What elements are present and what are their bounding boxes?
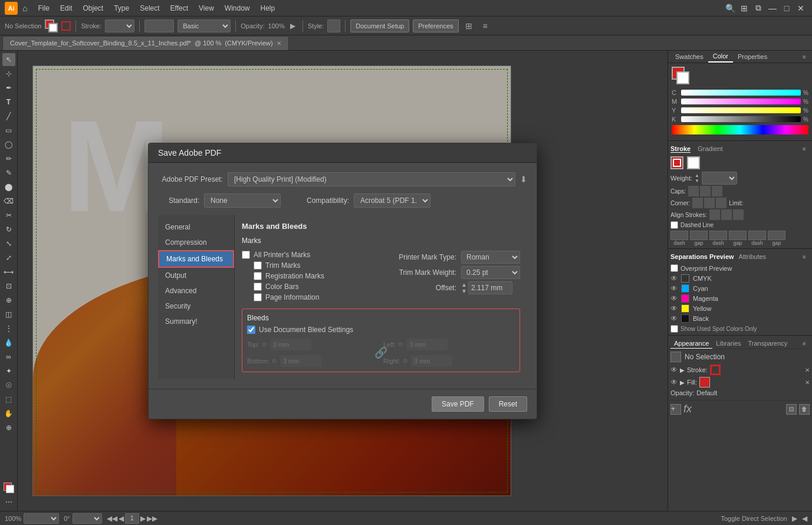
- arrange-panels-icon[interactable]: ⊞: [462, 19, 475, 32]
- blob-brush-tool[interactable]: ⬤: [2, 181, 15, 193]
- sep-menu-btn[interactable]: ≡: [799, 251, 810, 262]
- menu-object[interactable]: Object: [78, 3, 109, 14]
- color-bars-checkbox[interactable]: [254, 283, 262, 291]
- symbol-sprayer-tool[interactable]: ✦: [2, 365, 15, 378]
- align-center[interactable]: [709, 209, 720, 220]
- angle-dropdown[interactable]: [73, 513, 102, 524]
- blend-tool[interactable]: ∞: [2, 350, 15, 363]
- reset-button[interactable]: Reset: [489, 396, 527, 412]
- mesh-tool[interactable]: ⋮: [2, 322, 15, 335]
- style-swatch[interactable]: [327, 19, 340, 32]
- menu-select[interactable]: Select: [135, 3, 164, 14]
- last-artboard-btn[interactable]: ▶▶: [147, 514, 157, 523]
- corner-miter[interactable]: [692, 198, 703, 208]
- maximize-icon[interactable]: □: [780, 2, 793, 15]
- preset-save-icon[interactable]: ⬇: [520, 175, 527, 184]
- align-outside[interactable]: [733, 209, 744, 220]
- corner-bevel[interactable]: [716, 198, 726, 208]
- window-icon[interactable]: ⧉: [752, 2, 765, 15]
- add-appearance-btn[interactable]: +: [670, 404, 681, 415]
- compatibility-dropdown[interactable]: Acrobat 5 (PDF 1.4): [354, 193, 430, 208]
- close-icon[interactable]: ✕: [794, 2, 807, 15]
- sidebar-output[interactable]: Output: [158, 268, 234, 283]
- show-spot-checkbox[interactable]: [670, 325, 678, 333]
- sidebar-marks-bleeds[interactable]: Marks and Bleeds: [158, 250, 234, 268]
- stroke-color-swatch[interactable]: [670, 156, 683, 169]
- bleed-right-input[interactable]: [411, 355, 452, 367]
- menu-help[interactable]: Help: [256, 3, 280, 14]
- tab-color[interactable]: Color: [708, 51, 733, 63]
- bleed-top-input[interactable]: [270, 339, 311, 350]
- selection-tool[interactable]: ↖: [2, 53, 15, 66]
- sep-preview-tab[interactable]: Separations Preview: [670, 253, 734, 260]
- printer-mark-type-dropdown[interactable]: Roman: [461, 251, 520, 264]
- bleed-left-input[interactable]: [406, 339, 448, 350]
- menu-window[interactable]: Window: [220, 3, 255, 14]
- transparency-tab[interactable]: Transparency: [745, 339, 791, 348]
- preferences-button[interactable]: Preferences: [413, 19, 458, 32]
- sidebar-general[interactable]: General: [158, 219, 234, 235]
- more-tools-icon[interactable]: ⋯: [2, 496, 15, 508]
- sep-black-eye[interactable]: 👁: [670, 314, 678, 323]
- cap-butt[interactable]: [688, 186, 699, 196]
- direct-selection-tool[interactable]: ⊹: [2, 67, 15, 80]
- app-eye-stroke[interactable]: 👁: [670, 366, 678, 374]
- document-tab[interactable]: Cover_Template_for_Softcover_Binding_8.5…: [2, 36, 289, 50]
- panel-menu-icon[interactable]: ≡: [479, 19, 492, 32]
- weight-stepper[interactable]: ▲▼: [695, 173, 699, 183]
- home-icon[interactable]: ⌂: [22, 4, 27, 13]
- menu-view[interactable]: View: [194, 3, 219, 14]
- search-icon[interactable]: 🔍: [724, 2, 737, 15]
- zoom-tool[interactable]: ⊕: [2, 421, 15, 434]
- registration-marks-checkbox[interactable]: [254, 272, 262, 280]
- app-expand-stroke[interactable]: ▶: [680, 367, 685, 373]
- panel-menu-btn[interactable]: ≡: [799, 51, 810, 62]
- cap-square[interactable]: [712, 186, 722, 196]
- color-swatch[interactable]: [144, 19, 174, 32]
- stroke-dropdown[interactable]: [105, 19, 134, 32]
- rotate-tool[interactable]: ↻: [2, 223, 15, 236]
- column-graph-tool[interactable]: ⦾: [2, 379, 15, 392]
- app-expand-fill[interactable]: ▶: [680, 379, 685, 386]
- gap1-input[interactable]: [690, 231, 708, 240]
- minimize-icon[interactable]: —: [766, 2, 779, 15]
- eraser-tool[interactable]: ⌫: [2, 195, 15, 208]
- appearance-menu-btn[interactable]: ≡: [799, 338, 810, 349]
- stroke-bg-swatch[interactable]: [687, 156, 700, 169]
- align-inside[interactable]: [721, 209, 732, 220]
- app-fill-delete[interactable]: ✕: [805, 379, 810, 386]
- sep-attributes-tab[interactable]: Attributes: [739, 253, 766, 260]
- text-tool[interactable]: T: [2, 96, 15, 109]
- app-eye-fill[interactable]: 👁: [670, 378, 678, 386]
- stroke-color-btn[interactable]: [61, 21, 71, 31]
- artboard-number-input[interactable]: [125, 513, 139, 524]
- black-slider[interactable]: [681, 116, 801, 122]
- toggle-direct-selection-left[interactable]: ◀: [802, 514, 807, 523]
- all-printers-marks-checkbox[interactable]: [242, 251, 250, 259]
- scale-tool[interactable]: ⤡: [2, 237, 15, 250]
- preset-dropdown[interactable]: [High Quality Print] (Modified): [228, 172, 515, 186]
- line-tool[interactable]: ╱: [2, 110, 15, 123]
- warp-tool[interactable]: ⤢: [2, 251, 15, 264]
- tab-swatches[interactable]: Swatches: [670, 51, 708, 62]
- appearance-tab[interactable]: Appearance: [670, 339, 712, 349]
- gap2-input[interactable]: [729, 231, 747, 240]
- shape-builder-tool[interactable]: ⊕: [2, 294, 15, 307]
- sidebar-advanced[interactable]: Advanced: [158, 283, 234, 298]
- tab-properties[interactable]: Properties: [733, 51, 772, 62]
- offset-stepper[interactable]: ▲▼: [461, 281, 467, 294]
- document-setup-button[interactable]: Document Setup: [350, 19, 409, 32]
- sep-cyan-eye[interactable]: 👁: [670, 284, 678, 293]
- color-spectrum[interactable]: [672, 125, 808, 134]
- gradient-tab[interactable]: Gradient: [698, 145, 722, 152]
- fill-stroke-icon[interactable]: [2, 481, 15, 494]
- standard-dropdown[interactable]: None: [204, 193, 281, 208]
- scissors-tool[interactable]: ✂: [2, 209, 15, 222]
- sep-yellow-eye[interactable]: 👁: [670, 304, 678, 313]
- arrange-icon[interactable]: ⊞: [738, 2, 751, 15]
- dash1-input[interactable]: [670, 231, 688, 240]
- width-tool[interactable]: ⟷: [2, 265, 15, 278]
- rect-tool[interactable]: ▭: [2, 124, 15, 137]
- sidebar-summary[interactable]: Summary!: [158, 314, 234, 329]
- menu-type[interactable]: Type: [109, 3, 134, 14]
